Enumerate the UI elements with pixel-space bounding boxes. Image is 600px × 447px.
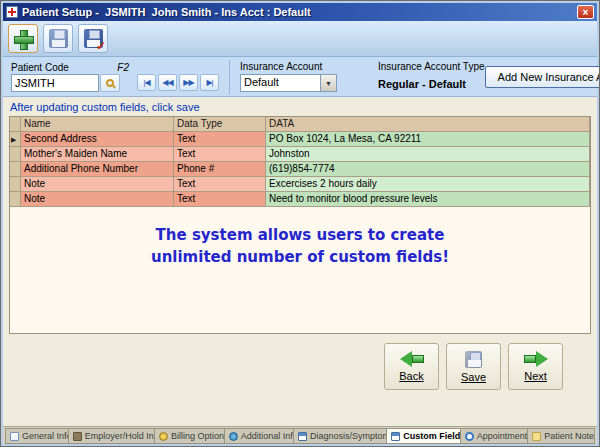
tab-label: Billing Options xyxy=(171,431,225,441)
next-button-label: Next xyxy=(524,370,547,382)
tab-label: General Info xyxy=(22,431,69,441)
patient-code-label: Patient Code xyxy=(11,62,69,73)
row-marker-icon: ▶ xyxy=(11,136,16,143)
tab-appointments[interactable]: Appointments xyxy=(460,428,529,444)
save-disk-icon xyxy=(465,351,482,368)
save-button-label: Save xyxy=(461,371,486,383)
insurance-type-group: Insurance Account Type Regular - Default xyxy=(378,61,485,92)
tab-label: Diagnosis/Symptoms xyxy=(310,431,387,441)
promo-message: The system allows users to create unlimi… xyxy=(10,225,590,269)
main-toolbar: ✓ xyxy=(3,21,597,57)
cell-datatype[interactable]: Phone # xyxy=(174,162,266,177)
cell-data[interactable]: Need to monitor blood pressure levels xyxy=(266,192,590,207)
cell-datatype[interactable]: Text xyxy=(174,177,266,192)
tab-billing-options[interactable]: Billing Options xyxy=(154,428,225,444)
insurance-type-label: Insurance Account Type xyxy=(378,61,485,72)
notice-text: After updating custom fields, click save xyxy=(3,97,597,116)
cell-data[interactable]: PO Box 1024, La Mesa, CA 92211 xyxy=(266,132,590,147)
back-arrow-icon xyxy=(399,351,425,367)
magnifier-icon xyxy=(106,79,114,87)
insurance-type-value: Regular - Default xyxy=(378,78,466,90)
grid-selector-header xyxy=(10,117,21,132)
tab-custom-fields[interactable]: Custom Fields xyxy=(386,428,461,444)
tab-general-info[interactable]: General Info xyxy=(5,428,69,444)
row-selector[interactable] xyxy=(10,192,21,207)
cell-datatype[interactable]: Text xyxy=(174,132,266,147)
app-icon xyxy=(6,6,18,18)
cell-name[interactable]: Note xyxy=(21,192,174,207)
note-icon xyxy=(532,432,541,441)
row-selector[interactable] xyxy=(10,162,21,177)
cell-name[interactable]: Additional Phone Number xyxy=(21,162,174,177)
bottom-tabstrip: General Info Employer/Hold Info Billing … xyxy=(3,426,597,444)
next-button[interactable]: Next xyxy=(508,343,563,390)
form-nav-buttons: Back Save Next xyxy=(384,343,597,390)
previous-record-button[interactable]: ◀◀ xyxy=(158,74,177,91)
patient-search-button[interactable] xyxy=(100,74,120,92)
briefcase-icon xyxy=(73,432,82,441)
back-button-label: Back xyxy=(399,370,423,382)
last-record-button[interactable]: ▶| xyxy=(200,74,219,91)
cell-datatype[interactable]: Text xyxy=(174,192,266,207)
cell-datatype[interactable]: Text xyxy=(174,147,266,162)
tab-label: Additional Info xyxy=(241,431,294,441)
coins-icon xyxy=(159,432,168,441)
tab-diagnosis-symptoms[interactable]: Diagnosis/Symptoms xyxy=(293,428,387,444)
tab-label: Custom Fields xyxy=(403,431,461,441)
cell-data[interactable]: (619)854-7774 xyxy=(266,162,590,177)
back-button[interactable]: Back xyxy=(384,343,439,390)
row-selector[interactable] xyxy=(10,177,21,192)
close-button[interactable]: × xyxy=(577,5,594,19)
add-patient-button[interactable] xyxy=(8,24,38,53)
insurance-account-value: Default xyxy=(241,75,320,91)
divider xyxy=(229,60,230,94)
insurance-account-group: Insurance Account Default ▼ xyxy=(240,61,350,92)
tab-patient-notes[interactable]: Patient Notes xyxy=(527,428,595,444)
custom-fields-grid: Name Data Type DATA ▶ Second Address Tex… xyxy=(9,116,591,334)
cell-name[interactable]: Mother's Maiden Name xyxy=(21,147,174,162)
promo-message-line1: The system allows users to create xyxy=(10,225,590,247)
titlebar: Patient Setup - JSMITH John Smith - Ins … xyxy=(3,3,597,21)
save-button[interactable]: Save xyxy=(446,343,501,390)
fieldbar: Patient Code F2 |◀ ◀◀ ▶▶ ▶| Insurance Ac… xyxy=(3,57,597,97)
insurance-account-label: Insurance Account xyxy=(240,61,350,72)
add-insurance-button[interactable]: Add New Insurance Acct xyxy=(485,66,600,88)
patient-code-input[interactable] xyxy=(11,74,99,92)
tab-label: Appointments xyxy=(477,431,529,441)
save-toolbar-button[interactable] xyxy=(43,24,73,53)
save-icon xyxy=(49,29,68,48)
window-title: Patient Setup - JSMITH John Smith - Ins … xyxy=(22,6,577,18)
form-icon xyxy=(10,432,19,441)
tab-label: Employer/Hold Info xyxy=(85,431,155,441)
grid-header-data: DATA xyxy=(266,117,590,132)
next-arrow-icon xyxy=(523,351,549,367)
promo-message-line2: unlimited number of custom fields! xyxy=(10,247,590,269)
row-selector[interactable]: ▶ xyxy=(10,132,21,147)
chevron-down-icon[interactable]: ▼ xyxy=(320,75,336,91)
insurance-account-select[interactable]: Default ▼ xyxy=(240,74,337,92)
save-exit-button[interactable]: ✓ xyxy=(78,24,108,53)
info-icon xyxy=(229,432,238,441)
patient-code-group: Patient Code F2 xyxy=(11,62,129,92)
clock-icon xyxy=(465,432,474,441)
grid-icon xyxy=(391,432,400,441)
cell-name[interactable]: Note xyxy=(21,177,174,192)
cell-data[interactable]: Johnston xyxy=(266,147,590,162)
check-icon: ✓ xyxy=(96,39,106,53)
next-record-button[interactable]: ▶▶ xyxy=(179,74,198,91)
grid-header-datatype: Data Type xyxy=(174,117,266,132)
tab-additional-info[interactable]: Additional Info xyxy=(224,428,294,444)
tab-label: Patient Notes xyxy=(544,431,595,441)
plus-icon xyxy=(13,29,33,49)
grid-header-name: Name xyxy=(21,117,174,132)
cell-name[interactable]: Second Address xyxy=(21,132,174,147)
f2-shortcut-label: F2 xyxy=(117,62,129,73)
content-area: After updating custom fields, click save… xyxy=(3,97,597,426)
patient-setup-window: Patient Setup - JSMITH John Smith - Ins … xyxy=(0,0,600,447)
tab-employer-hold-info[interactable]: Employer/Hold Info xyxy=(68,428,155,444)
table-icon xyxy=(298,432,307,441)
first-record-button[interactable]: |◀ xyxy=(137,74,156,91)
row-selector[interactable] xyxy=(10,147,21,162)
record-navigator: |◀ ◀◀ ▶▶ ▶| xyxy=(137,74,219,91)
cell-data[interactable]: Excercises 2 hours daily xyxy=(266,177,590,192)
